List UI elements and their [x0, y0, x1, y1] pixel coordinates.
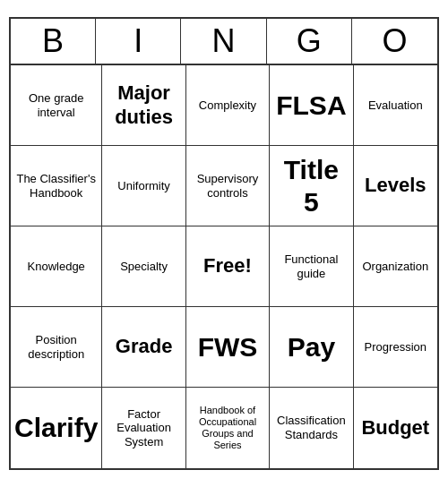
bingo-cell: Specialty	[102, 226, 185, 307]
bingo-card: BINGO One grade intervalMajor dutiesComp…	[9, 17, 439, 470]
bingo-cell: Uniformity	[102, 146, 185, 226]
bingo-cell: Free!	[186, 226, 270, 307]
bingo-cell: Organization	[354, 226, 437, 307]
bingo-cell: Levels	[354, 146, 437, 226]
bingo-grid: One grade intervalMajor dutiesComplexity…	[11, 65, 437, 468]
bingo-cell: FLSA	[270, 65, 353, 146]
bingo-cell: Major duties	[102, 65, 185, 146]
bingo-cell: Evaluation	[354, 65, 437, 146]
header-letter: O	[352, 19, 437, 64]
bingo-cell: Position description	[11, 307, 102, 388]
header-letter: B	[11, 19, 96, 64]
bingo-cell: FWS	[186, 307, 270, 388]
bingo-cell: Functional guide	[270, 226, 353, 307]
bingo-cell: Budget	[354, 388, 437, 468]
bingo-cell: Pay	[270, 307, 353, 388]
header-letter: I	[96, 19, 181, 64]
bingo-cell: Complexity	[186, 65, 270, 146]
bingo-cell: Classification Standards	[270, 388, 353, 468]
bingo-header: BINGO	[11, 19, 437, 65]
bingo-cell: One grade interval	[11, 65, 102, 146]
bingo-cell: Factor Evaluation System	[102, 388, 185, 468]
header-letter: N	[181, 19, 266, 64]
bingo-cell: Knowledge	[11, 226, 102, 307]
bingo-cell: Title 5	[270, 146, 353, 226]
bingo-cell: Handbook of Occupational Groups and Seri…	[186, 388, 270, 468]
bingo-cell: Supervisory controls	[186, 146, 270, 226]
header-letter: G	[267, 19, 352, 64]
bingo-cell: Grade	[102, 307, 185, 388]
bingo-cell: Clarify	[11, 388, 102, 468]
bingo-cell: The Classifier's Handbook	[11, 146, 102, 226]
bingo-cell: Progression	[354, 307, 437, 388]
